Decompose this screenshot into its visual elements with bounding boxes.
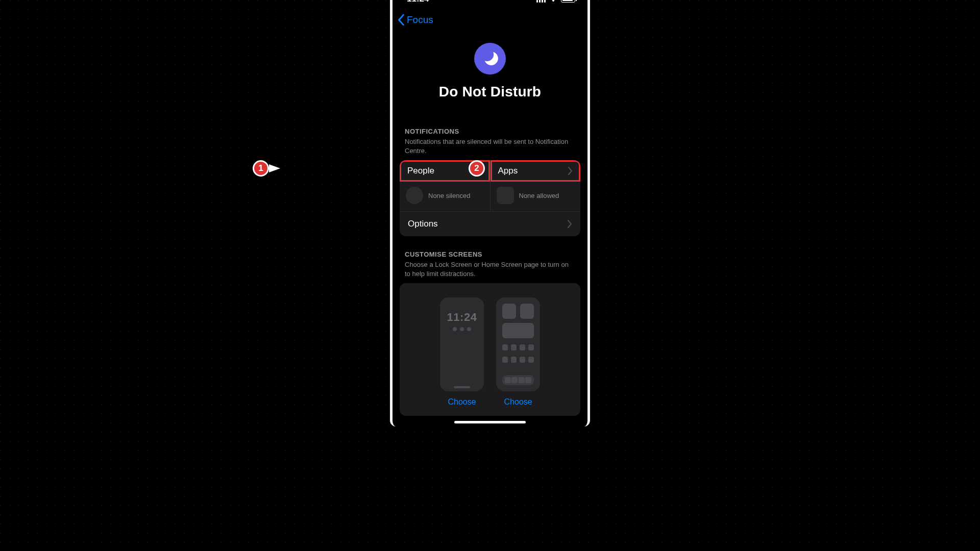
chevron-left-icon [398, 14, 405, 26]
home-screen-preview [496, 297, 540, 391]
dnd-icon-circle [474, 43, 506, 74]
phone-screen: 11:24 Focus Do Not Distur [393, 0, 587, 427]
lock-screen-option[interactable]: 11:24 Choose [440, 297, 484, 407]
apps-status-row: None allowed [491, 182, 581, 211]
home-indicator[interactable] [454, 421, 526, 423]
callout-badge-2: 2 [469, 160, 485, 177]
customise-label: CUSTOMISE SCREENS [405, 251, 575, 258]
lock-preview-homebar-icon [454, 386, 470, 388]
home-screen-option[interactable]: Choose [496, 297, 540, 407]
callout-pointer-1 [269, 164, 280, 172]
options-label: Options [408, 219, 438, 229]
apps-label: Apps [498, 166, 518, 176]
lock-preview-dots-icon [453, 327, 471, 331]
notifications-desc: Notifications that are silenced will be … [405, 137, 575, 155]
phone-frame: 11:24 Focus Do Not Distur [390, 0, 590, 427]
chevron-right-icon [568, 167, 573, 175]
apps-row[interactable]: Apps [491, 160, 581, 182]
notifications-section-header: NOTIFICATIONS Notifications that are sil… [393, 128, 587, 155]
notifications-card: People None silenced Apps No [400, 160, 580, 236]
people-label: People [407, 166, 434, 176]
people-status-row: None silenced [400, 182, 490, 211]
app-placeholder-icon [497, 187, 514, 204]
home-preview-row-icon [502, 344, 534, 350]
lock-preview-time: 11:24 [447, 311, 477, 324]
choose-lock-button[interactable]: Choose [448, 397, 476, 407]
customise-section-header: CUSTOMISE SCREENS Choose a Lock Screen o… [393, 251, 587, 278]
page-title: Do Not Disturb [393, 84, 587, 100]
moon-icon [481, 50, 499, 67]
options-row[interactable]: Options [400, 211, 580, 236]
home-preview-widgets-icon [502, 304, 534, 319]
apps-column: Apps None allowed [490, 160, 581, 211]
status-time: 11:24 [407, 0, 429, 4]
people-status: None silenced [428, 192, 470, 199]
screens-card: 11:24 Choose Choose [400, 283, 580, 416]
home-preview-dock-icon [502, 375, 534, 385]
lock-screen-preview: 11:24 [440, 297, 484, 391]
back-label: Focus [407, 14, 433, 26]
page-header: Do Not Disturb [393, 43, 587, 100]
wifi-icon [549, 0, 558, 3]
callout-badge-1: 1 [253, 160, 269, 177]
cellular-icon [536, 0, 546, 3]
status-icons [536, 0, 575, 3]
back-button[interactable]: Focus [393, 4, 587, 26]
chevron-right-icon [567, 220, 572, 228]
notifications-label: NOTIFICATIONS [405, 128, 575, 135]
home-preview-widget-icon [502, 323, 534, 338]
avatar-placeholder-icon [406, 187, 423, 204]
status-bar: 11:24 [393, 0, 587, 4]
customise-desc: Choose a Lock Screen or Home Screen page… [405, 260, 575, 278]
apps-status: None allowed [519, 192, 559, 199]
home-preview-row-icon [502, 357, 534, 363]
choose-home-button[interactable]: Choose [504, 397, 532, 407]
battery-icon [561, 0, 575, 3]
